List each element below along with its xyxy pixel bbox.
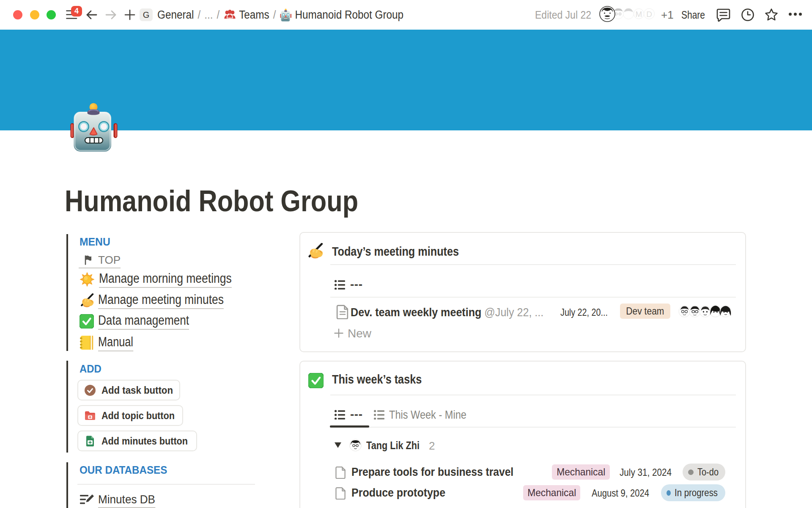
svg-text:M: M	[636, 10, 642, 19]
svg-text:D: D	[646, 10, 652, 19]
